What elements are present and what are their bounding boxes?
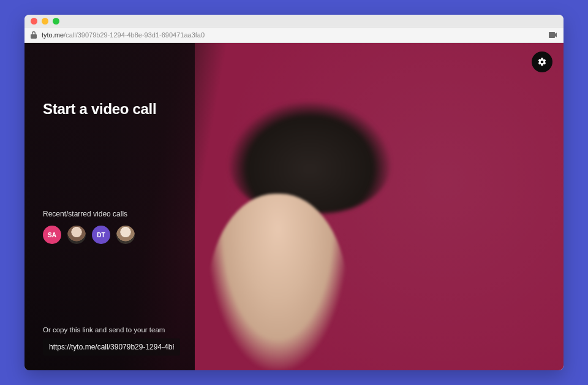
lock-icon	[31, 31, 37, 39]
url-text: tyto.me/call/39079b29-1294-4b8e-93d1-690…	[42, 31, 544, 39]
recent-call-avatar[interactable]: SA	[43, 226, 61, 244]
settings-button[interactable]	[532, 51, 552, 72]
recent-call-avatar[interactable]	[116, 226, 135, 244]
recent-calls-avatars: SADT	[43, 226, 180, 244]
gear-icon	[537, 57, 547, 67]
window-zoom-button[interactable]	[53, 18, 59, 25]
browser-url-bar[interactable]: tyto.me/call/39079b29-1294-4b8e-93d1-690…	[24, 27, 564, 43]
url-path: /call/39079b29-1294-4b8e-93d1-690471aa3f…	[64, 31, 205, 39]
panel-title: Start a video call	[43, 101, 180, 118]
url-domain: tyto.me	[42, 31, 64, 39]
window-close-button[interactable]	[31, 18, 37, 25]
window-titlebar	[24, 15, 564, 27]
copy-link-label: Or copy this link and send to your team	[43, 326, 180, 334]
browser-window: tyto.me/call/39079b29-1294-4b8e-93d1-690…	[24, 15, 564, 370]
camera-icon[interactable]	[549, 32, 557, 38]
window-minimize-button[interactable]	[42, 18, 48, 25]
recent-call-avatar[interactable]	[67, 226, 86, 244]
call-content: Start a video call Recent/starred video …	[24, 43, 564, 370]
call-link-field[interactable]	[43, 338, 180, 356]
recent-calls-label: Recent/starred video calls	[43, 210, 180, 218]
start-call-panel: Start a video call Recent/starred video …	[24, 43, 195, 370]
recent-call-avatar[interactable]: DT	[92, 226, 110, 244]
